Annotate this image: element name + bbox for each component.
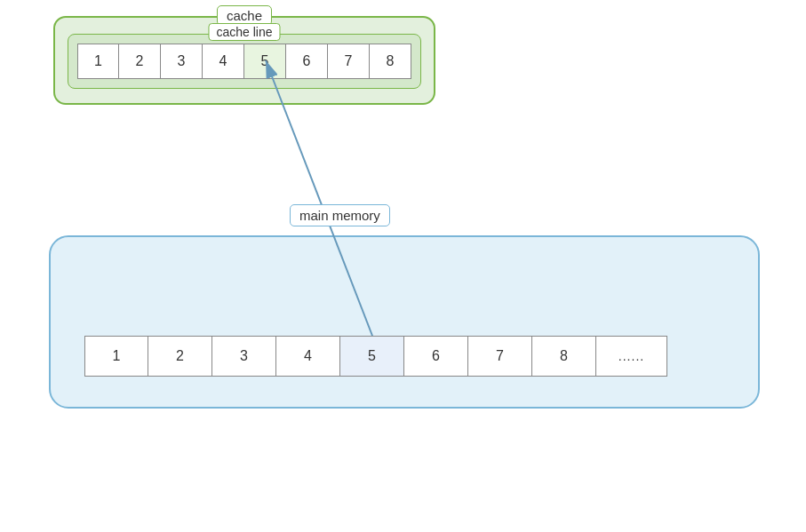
cache-cell-3: 3 <box>161 44 203 79</box>
main-memory-label: main memory <box>290 204 390 226</box>
main-cell-ellipsis: ...... <box>596 336 667 377</box>
main-memory-box <box>49 235 760 409</box>
cache-box: cache cache line 1 2 3 4 5 6 7 8 <box>53 16 435 105</box>
main-cells-row: 1 2 3 4 5 6 7 8 ...... <box>84 336 667 377</box>
main-cell-4: 4 <box>276 336 340 377</box>
main-cell-8: 8 <box>532 336 596 377</box>
main-cell-5: 5 <box>340 336 404 377</box>
main-cell-2: 2 <box>148 336 212 377</box>
cache-cells-row: 1 2 3 4 5 6 7 8 <box>77 44 411 79</box>
cache-cell-1: 1 <box>77 44 119 79</box>
cache-cell-5: 5 <box>244 44 286 79</box>
main-cell-7: 7 <box>468 336 532 377</box>
cache-cell-2: 2 <box>119 44 161 79</box>
main-cell-3: 3 <box>212 336 276 377</box>
cache-cell-7: 7 <box>328 44 370 79</box>
cache-line-label: cache line <box>208 23 280 41</box>
cache-line-box: cache line 1 2 3 4 5 6 7 8 <box>68 34 421 89</box>
cache-cell-4: 4 <box>203 44 244 79</box>
cache-cell-8: 8 <box>370 44 411 79</box>
cache-cell-6: 6 <box>286 44 328 79</box>
diagram-container: cache cache line 1 2 3 4 5 6 7 8 main me… <box>0 0 806 532</box>
main-cell-1: 1 <box>84 336 148 377</box>
main-cell-6: 6 <box>404 336 468 377</box>
